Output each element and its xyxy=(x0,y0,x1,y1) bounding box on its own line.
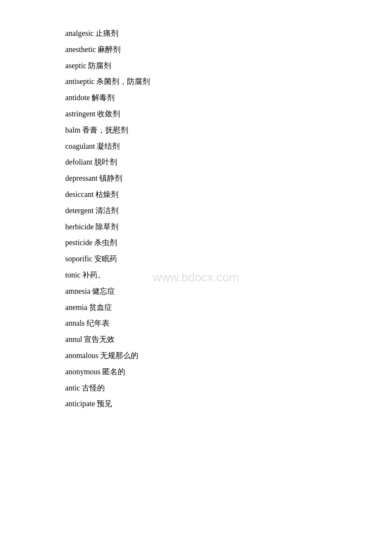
list-item: annul 宣告无效 xyxy=(65,332,327,348)
list-item: anemia 贫血症 xyxy=(65,300,327,316)
list-item: anticipate 预见 xyxy=(65,396,327,412)
list-item: analgesic 止痛剂 xyxy=(65,26,327,42)
list-item: anomalous 无规那么的 xyxy=(65,348,327,364)
list-item: annals 纪年表 xyxy=(65,315,327,332)
list-item: pesticide 杀虫剂 xyxy=(65,235,327,251)
list-item: herbicide 除草剂 xyxy=(65,219,327,235)
list-item: aseptic 防腐剂 xyxy=(65,58,327,74)
list-item: detergent 清洁剂 xyxy=(65,203,327,219)
list-item: antidote 解毒剂 xyxy=(65,90,327,106)
list-item: antiseptic 杀菌剂，防腐剂 xyxy=(65,74,327,90)
list-item: anesthetic 麻醉剂 xyxy=(65,42,327,58)
list-item: astringent 收敛剂 xyxy=(65,106,327,122)
list-item: balm 香膏，抚慰剂 xyxy=(65,122,327,139)
list-item: soporific 安眠药 xyxy=(65,251,327,267)
list-item: desiccant 枯燥剂 xyxy=(65,187,327,203)
list-item: depressant 镇静剂 xyxy=(65,171,327,187)
list-item: amnesia 健忘症 xyxy=(65,283,327,300)
list-item: antic 古怪的 xyxy=(65,380,327,396)
list-item: anonymous 匿名的 xyxy=(65,364,327,380)
list-item: coagulant 凝结剂 xyxy=(65,139,327,155)
list-item: tonic 补药。 xyxy=(65,267,327,283)
list-item: defoliant 脱叶剂 xyxy=(65,154,327,171)
vocabulary-list: analgesic 止痛剂anesthetic 麻醉剂aseptic 防腐剂an… xyxy=(65,26,327,412)
